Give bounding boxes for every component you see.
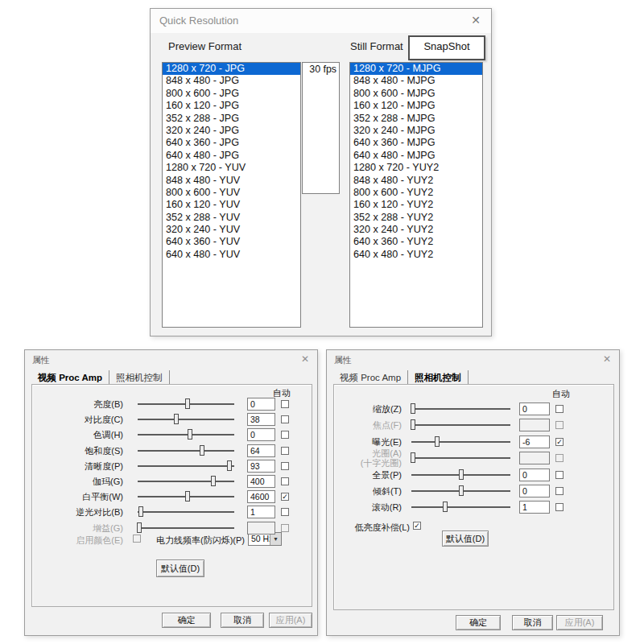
cancel-button[interactable]: 取消 — [512, 615, 553, 630]
zoom-auto-checkbox[interactable] — [555, 405, 564, 413]
roll-auto-checkbox[interactable] — [555, 503, 564, 511]
pan-slider-thumb[interactable] — [459, 469, 464, 480]
saturation-value-input[interactable]: 64 — [247, 444, 275, 457]
backlight-comp-auto-checkbox[interactable] — [281, 508, 289, 516]
gain-slider[interactable] — [138, 527, 234, 529]
brightness-slider-thumb[interactable] — [185, 398, 190, 409]
still-format-item[interactable]: 640 x 480 - MJPG — [350, 150, 482, 162]
zoom-value-input[interactable]: 0 — [519, 402, 550, 415]
saturation-auto-checkbox[interactable] — [281, 447, 289, 455]
preview-format-item[interactable]: 320 x 240 - JPG — [163, 125, 300, 137]
preview-format-item[interactable]: 160 x 120 - JPG — [163, 100, 300, 112]
preview-format-item[interactable]: 352 x 288 - YUV — [163, 212, 300, 224]
enable-color-checkbox[interactable] — [133, 535, 141, 543]
exposure-slider-thumb[interactable] — [435, 436, 440, 447]
tilt-value-input[interactable]: 0 — [519, 485, 550, 497]
contrast-auto-checkbox[interactable] — [281, 415, 289, 423]
exposure-slider[interactable] — [411, 441, 510, 443]
preview-format-item[interactable]: 640 x 480 - YUV — [163, 249, 300, 261]
still-format-item[interactable]: 800 x 600 - MJPG — [350, 88, 482, 100]
still-format-item[interactable]: 848 x 480 - MJPG — [350, 75, 482, 87]
preview-format-item[interactable]: 848 x 480 - YUV — [163, 175, 300, 187]
gamma-slider-thumb[interactable] — [211, 476, 216, 486]
pan-auto-checkbox[interactable] — [555, 471, 564, 479]
still-format-item[interactable]: 320 x 240 - YUY2 — [350, 224, 482, 236]
still-format-item[interactable]: 352 x 288 - YUY2 — [350, 212, 482, 224]
pan-value-input[interactable]: 0 — [519, 469, 550, 481]
exposure-auto-checkbox[interactable]: ✓ — [555, 438, 564, 446]
hue-auto-checkbox[interactable] — [281, 431, 289, 439]
tab-camera-control[interactable]: 照相机控制 — [109, 370, 170, 385]
preview-format-item[interactable]: 352 x 288 - JPG — [163, 113, 300, 125]
iris-slider[interactable] — [411, 457, 510, 459]
focus-slider-thumb[interactable] — [411, 419, 415, 430]
preview-format-item[interactable]: 160 x 120 - YUV — [163, 199, 300, 211]
ok-button[interactable]: 确定 — [456, 615, 501, 630]
still-format-item[interactable]: 640 x 360 - YUY2 — [350, 236, 482, 248]
contrast-slider[interactable] — [138, 419, 234, 420]
gamma-slider[interactable] — [138, 481, 234, 482]
preview-format-item[interactable]: 800 x 600 - YUV — [163, 187, 300, 199]
tab-video-proc-amp[interactable]: 视频 Proc Amp — [333, 370, 408, 385]
roll-slider[interactable] — [411, 506, 510, 508]
low-light-compensation-checkbox[interactable]: ✓ — [413, 522, 421, 530]
gamma-auto-checkbox[interactable] — [281, 477, 289, 485]
roll-value-input[interactable]: 1 — [519, 501, 550, 514]
iris-slider-thumb[interactable] — [411, 452, 415, 463]
zoom-slider[interactable] — [411, 408, 510, 410]
close-icon[interactable]: ✕ — [603, 353, 611, 365]
default-button[interactable]: 默认值(D) — [442, 530, 489, 547]
contrast-slider-thumb[interactable] — [174, 414, 179, 424]
preview-format-item[interactable]: 1280 x 720 - YUV — [163, 162, 300, 174]
still-format-item[interactable]: 1280 x 720 - YUY2 — [350, 162, 482, 174]
preview-format-item[interactable]: 320 x 240 - YUV — [163, 224, 300, 236]
still-format-item[interactable]: 320 x 240 - MJPG — [350, 125, 482, 137]
focus-slider[interactable] — [411, 424, 510, 426]
still-format-item[interactable]: 640 x 480 - YUY2 — [350, 249, 482, 261]
preview-format-item[interactable]: 1280 x 720 - JPG — [163, 63, 300, 75]
sharpness-slider-thumb[interactable] — [227, 460, 232, 471]
sharpness-value-input[interactable]: 93 — [247, 460, 275, 473]
backlight-comp-value-input[interactable]: 1 — [247, 506, 275, 518]
preview-format-item[interactable]: 800 x 600 - JPG — [163, 88, 300, 100]
fps-item[interactable]: 30 fps — [303, 63, 339, 75]
sharpness-slider[interactable] — [138, 465, 234, 467]
brightness-auto-checkbox[interactable] — [281, 400, 289, 408]
preview-format-item[interactable]: 848 x 480 - JPG — [163, 75, 300, 87]
hue-value-input[interactable]: 0 — [247, 428, 275, 441]
tab-camera-control[interactable]: 照相机控制 — [408, 370, 469, 385]
sharpness-auto-checkbox[interactable] — [281, 462, 289, 470]
saturation-slider[interactable] — [138, 450, 234, 452]
gain-slider-thumb[interactable] — [137, 522, 142, 533]
still-format-item[interactable]: 848 x 480 - YUY2 — [350, 175, 482, 187]
backlight-comp-slider-thumb[interactable] — [138, 506, 143, 517]
still-format-item[interactable]: 800 x 600 - YUY2 — [350, 187, 482, 199]
preview-format-item[interactable]: 640 x 360 - YUV — [163, 236, 300, 248]
still-format-item[interactable]: 160 x 120 - MJPG — [350, 100, 482, 112]
still-format-item[interactable]: 640 x 360 - MJPG — [350, 137, 482, 149]
exposure-value-input[interactable]: -6 — [519, 436, 550, 448]
hue-slider-thumb[interactable] — [188, 429, 192, 440]
roll-slider-thumb[interactable] — [443, 502, 448, 512]
still-format-item[interactable]: 160 x 120 - YUY2 — [350, 199, 482, 211]
still-format-listbox[interactable]: 1280 x 720 - MJPG848 x 480 - MJPG800 x 6… — [349, 62, 483, 328]
preview-format-item[interactable]: 640 x 360 - JPG — [163, 137, 300, 149]
backlight-comp-slider[interactable] — [138, 511, 234, 513]
cancel-button[interactable]: 取消 — [221, 613, 264, 628]
brightness-value-input[interactable]: 0 — [247, 398, 275, 411]
close-icon[interactable]: ✕ — [301, 353, 309, 365]
snapshot-button[interactable]: SnapShot — [408, 35, 485, 60]
close-icon[interactable]: ✕ — [471, 14, 481, 27]
white-balance-value-input[interactable]: 4600 — [247, 490, 275, 503]
gamma-value-input[interactable]: 400 — [247, 475, 275, 488]
tilt-slider-thumb[interactable] — [459, 485, 464, 496]
fps-listbox[interactable]: 30 fps — [302, 62, 340, 194]
white-balance-auto-checkbox[interactable]: ✓ — [281, 493, 289, 501]
saturation-slider-thumb[interactable] — [200, 445, 204, 456]
default-button[interactable]: 默认值(D) — [156, 559, 204, 577]
iris-auto-checkbox[interactable] — [555, 454, 564, 462]
hue-slider[interactable] — [138, 434, 234, 436]
still-format-item[interactable]: 352 x 288 - MJPG — [350, 113, 482, 125]
contrast-value-input[interactable]: 38 — [247, 413, 275, 426]
tilt-auto-checkbox[interactable] — [555, 487, 564, 495]
